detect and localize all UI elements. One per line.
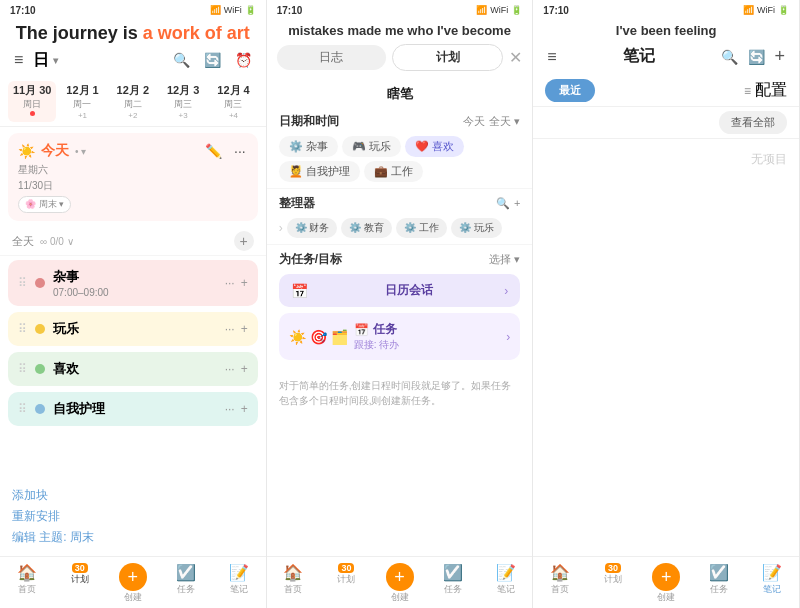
nav-create-3[interactable]: + 创建	[640, 561, 693, 606]
org-tag-3[interactable]: ⚙️ 玩乐	[451, 218, 502, 238]
plan-badge-2: 30	[338, 563, 354, 573]
tab-plan[interactable]: 计划	[392, 44, 503, 71]
chip-2[interactable]: ❤️ 喜欢	[405, 136, 464, 157]
org-tag-1[interactable]: ⚙️ 教育	[341, 218, 392, 238]
p3-menu-button[interactable]: ≡	[545, 46, 558, 68]
nav-task-3[interactable]: ☑️ 任务	[693, 561, 746, 606]
today-dot: • ▾	[75, 146, 86, 157]
calendar-card[interactable]: 📅 日历会话 ›	[279, 274, 521, 307]
nav-task-label-3: 任务	[710, 583, 728, 596]
allday-row: 全天 ∞ 0/0 ∨ +	[0, 227, 266, 256]
weekend-badge[interactable]: 🌸 周末 ▾	[18, 196, 71, 213]
event-add-1[interactable]: +	[241, 322, 248, 336]
nav-create-1[interactable]: + 创建	[106, 561, 159, 606]
search-organizer-icon[interactable]: 🔍	[496, 197, 510, 210]
today-weekday: 星期六	[18, 163, 248, 177]
nav-plan-label-2: 计划	[337, 573, 355, 586]
event-actions-3: ··· +	[225, 402, 248, 416]
create-icon-3: +	[652, 563, 680, 591]
add-organizer-icon[interactable]: +	[514, 197, 520, 210]
nav-task-1[interactable]: ☑️ 任务	[159, 561, 212, 606]
nav-recent[interactable]: 最近	[545, 79, 595, 102]
wifi-icon-2: WiFi	[490, 5, 508, 15]
chip-4[interactable]: 💼 工作	[364, 161, 423, 182]
event-add-3[interactable]: +	[241, 402, 248, 416]
event-add-2[interactable]: +	[241, 362, 248, 376]
organizer-section: 整理器 🔍 + › ⚙️ 财务 ⚙️ 教育 ⚙️ 工作 ⚙️ 玩乐	[267, 189, 533, 245]
sync-button[interactable]: 🔄	[202, 50, 223, 70]
org-tag-0[interactable]: ⚙️ 财务	[287, 218, 338, 238]
home-icon-3: 🏠	[550, 563, 570, 582]
rearrange-link[interactable]: 重新安排	[12, 508, 254, 525]
nav-notes-2[interactable]: 📝 笔记	[479, 561, 532, 606]
add-allday-button[interactable]: +	[234, 231, 254, 251]
nav-plan-1[interactable]: 30 计划	[53, 561, 106, 606]
event-name-2: 喜欢	[53, 360, 217, 378]
chip-0[interactable]: ⚙️ 杂事	[279, 136, 338, 157]
chip-1[interactable]: 🎮 玩乐	[342, 136, 401, 157]
nav-config[interactable]: ≡ 配置	[744, 79, 787, 102]
today-more-button[interactable]: ···	[232, 141, 248, 161]
add-block-link[interactable]: 添加块	[12, 487, 254, 504]
today-card: ☀️ 今天 • ▾ ✏️ ··· 星期六 11/30日 🌸 周末 ▾	[8, 133, 258, 221]
event-more-1[interactable]: ···	[225, 322, 235, 336]
nav-plan-3[interactable]: 30 计划	[586, 561, 639, 606]
nav-notes-1[interactable]: 📝 笔记	[213, 561, 266, 606]
date-selector[interactable]: 日 ▾	[33, 50, 58, 71]
p3-add-button[interactable]: +	[773, 44, 788, 69]
week-day-0-dot	[30, 111, 35, 116]
clock-button[interactable]: ⏰	[233, 50, 254, 70]
event-more-0[interactable]: ···	[225, 276, 235, 290]
drag-handle-3[interactable]: ⠿	[18, 402, 27, 416]
search-button[interactable]: 🔍	[171, 50, 192, 70]
status-bar-3: 17:10 📶 WiFi 🔋	[533, 0, 799, 20]
nav-home-1[interactable]: 🏠 首页	[0, 561, 53, 606]
view-all-button[interactable]: 查看全部	[719, 111, 787, 134]
empty-label: 无项目	[751, 151, 787, 168]
nav-task-2[interactable]: ☑️ 任务	[426, 561, 479, 606]
event-add-0[interactable]: +	[241, 276, 248, 290]
nav-create-label-2: 创建	[391, 591, 409, 604]
menu-button[interactable]: ≡	[12, 49, 25, 71]
goal-label: 为任务/目标	[279, 251, 342, 268]
nav-home-label-2: 首页	[284, 583, 302, 596]
wifi-icon: WiFi	[224, 5, 242, 15]
spacer-3	[533, 360, 799, 556]
select-goal-button[interactable]: 选择 ▾	[489, 252, 520, 267]
p1-bottom-nav: 🏠 首页 30 计划 + 创建 ☑️ 任务 📝 笔记	[0, 556, 266, 608]
nav-home-2[interactable]: 🏠 首页	[267, 561, 320, 606]
edit-theme-link[interactable]: 编辑 主题: 周末	[12, 529, 254, 546]
drag-handle-2[interactable]: ⠿	[18, 362, 27, 376]
week-day-0[interactable]: 11月 30 周日	[8, 81, 56, 122]
p3-sync-button[interactable]: 🔄	[746, 44, 767, 69]
nav-notes-3[interactable]: 📝 笔记	[746, 561, 799, 606]
nav-plan-2[interactable]: 30 计划	[320, 561, 373, 606]
task-content: 📅 任务 跟接: 待办	[354, 321, 501, 352]
drag-handle-1[interactable]: ⠿	[18, 322, 27, 336]
organizer-expand[interactable]: ›	[279, 221, 283, 235]
close-button-2[interactable]: ✕	[509, 48, 522, 67]
nav-create-2[interactable]: + 创建	[373, 561, 426, 606]
event-more-3[interactable]: ···	[225, 402, 235, 416]
p1-title: The journey is a work of art	[12, 22, 254, 45]
drag-handle-0[interactable]: ⠿	[18, 276, 27, 290]
week-day-2[interactable]: 12月 2 周二 +2	[109, 81, 157, 122]
week-day-1[interactable]: 12月 1 周一 +1	[58, 81, 106, 122]
org-tag-2[interactable]: ⚙️ 工作	[396, 218, 447, 238]
week-day-1-count: +1	[60, 111, 104, 120]
week-day-3[interactable]: 12月 3 周三 +3	[159, 81, 207, 122]
today-emoji: ☀️	[18, 143, 35, 159]
nav-home-3[interactable]: 🏠 首页	[533, 561, 586, 606]
calendar-chevron: ›	[504, 284, 508, 298]
today-action[interactable]: 今天	[463, 114, 485, 129]
tab-journal[interactable]: 日志	[277, 45, 386, 70]
week-day-4[interactable]: 12月 4 周三 +4	[209, 81, 257, 122]
task-icons: ☀️ 🎯 🗂️	[289, 329, 348, 345]
event-more-2[interactable]: ···	[225, 362, 235, 376]
p3-search-button[interactable]: 🔍	[719, 44, 740, 69]
p3-toolbar: ≡ 笔记 🔍 🔄 +	[545, 44, 787, 69]
nav-notes-label-1: 笔记	[230, 583, 248, 596]
today-edit-button[interactable]: ✏️	[203, 141, 224, 161]
chip-3[interactable]: 💆 自我护理	[279, 161, 360, 182]
allday-action[interactable]: 全天 ▾	[489, 114, 520, 129]
